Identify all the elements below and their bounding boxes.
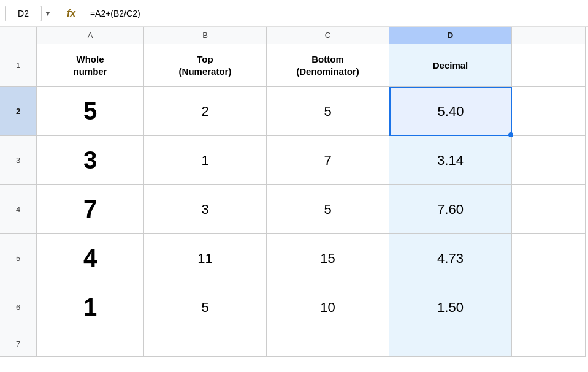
cell-B5[interactable]: 11 (144, 234, 267, 283)
cell-C5[interactable]: 15 (267, 234, 389, 283)
cell-B7[interactable] (144, 332, 267, 357)
cell-E2[interactable] (512, 87, 586, 136)
cell-E3[interactable] (512, 136, 586, 185)
cell-ref-input[interactable]: D2 (5, 6, 42, 21)
cell-E4[interactable] (512, 185, 586, 234)
row-4: 4 7 3 5 7.60 (0, 185, 588, 234)
fx-icon: fx (67, 8, 82, 19)
cell-A3[interactable]: 3 (37, 136, 144, 185)
cell-A2[interactable]: 5 (37, 87, 144, 136)
cell-C2[interactable]: 5 (267, 87, 389, 136)
col-header-A[interactable]: A (37, 27, 144, 44)
cell-B4[interactable]: 3 (144, 185, 267, 234)
cell-reference-box: D2 ▼ (5, 6, 52, 21)
cell-C4[interactable]: 5 (267, 185, 389, 234)
cell-A7[interactable] (37, 332, 144, 357)
row-num-2[interactable]: 2 (0, 87, 37, 136)
fill-handle[interactable] (508, 132, 513, 137)
row-2: 2 5 2 5 5.40 (0, 87, 588, 136)
row-num-6[interactable]: 6 (0, 283, 37, 332)
row-7: 7 (0, 332, 588, 357)
col-header-extra[interactable] (512, 27, 586, 44)
row-num-4[interactable]: 4 (0, 185, 37, 234)
cell-D1[interactable]: Decimal (389, 44, 512, 87)
cell-B2[interactable]: 2 (144, 87, 267, 136)
cell-C3[interactable]: 7 (267, 136, 389, 185)
cell-D4[interactable]: 7.60 (389, 185, 512, 234)
col-header-D[interactable]: D (389, 27, 512, 44)
row-6: 6 1 5 10 1.50 (0, 283, 588, 332)
cell-A1[interactable]: Wholenumber (37, 44, 144, 87)
row-num-5[interactable]: 5 (0, 234, 37, 283)
cell-B3[interactable]: 1 (144, 136, 267, 185)
cell-A5[interactable]: 4 (37, 234, 144, 283)
cell-C1[interactable]: Bottom(Denominator) (267, 44, 389, 87)
cell-D2[interactable]: 5.40 (389, 87, 512, 136)
row-3: 3 3 1 7 3.14 (0, 136, 588, 185)
cell-E7[interactable] (512, 332, 586, 357)
col-header-C[interactable]: C (267, 27, 389, 44)
formula-bar-container: D2 ▼ fx =A2+(B2/C2) (0, 0, 588, 27)
cell-A4[interactable]: 7 (37, 185, 144, 234)
cell-E6[interactable] (512, 283, 586, 332)
cell-D3[interactable]: 3.14 (389, 136, 512, 185)
column-headers: A B C D (0, 27, 588, 44)
row-num-7[interactable]: 7 (0, 332, 37, 357)
row-num-1[interactable]: 1 (0, 44, 37, 87)
cell-C7[interactable] (267, 332, 389, 357)
row-5: 5 4 11 15 4.73 (0, 234, 588, 283)
cell-B6[interactable]: 5 (144, 283, 267, 332)
spreadsheet: A B C D 1 Wholenumber Top(Numerator) Bot… (0, 27, 588, 372)
row-num-3[interactable]: 3 (0, 136, 37, 185)
col-header-B[interactable]: B (144, 27, 267, 44)
row-1: 1 Wholenumber Top(Numerator) Bottom(Deno… (0, 44, 588, 87)
cell-B1[interactable]: Top(Numerator) (144, 44, 267, 87)
cell-E1[interactable] (512, 44, 586, 87)
formula-input[interactable]: =A2+(B2/C2) (86, 6, 583, 21)
cell-C6[interactable]: 10 (267, 283, 389, 332)
cell-A6[interactable]: 1 (37, 283, 144, 332)
cell-D6[interactable]: 1.50 (389, 283, 512, 332)
cell-D5[interactable]: 4.73 (389, 234, 512, 283)
cell-E5[interactable] (512, 234, 586, 283)
toolbar-divider (59, 6, 59, 21)
cell-ref-dropdown[interactable]: ▼ (44, 9, 52, 18)
cell-D7[interactable] (389, 332, 512, 357)
corner-cell (0, 27, 37, 44)
